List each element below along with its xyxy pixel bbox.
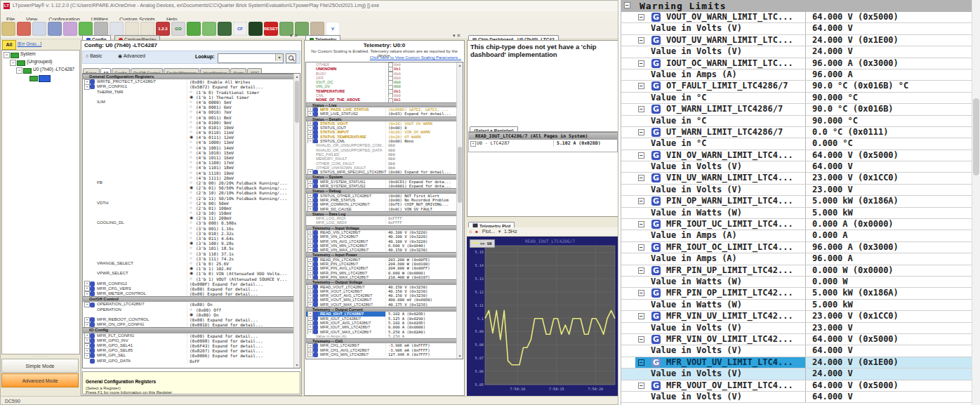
grid-row[interactable]: ○(4'b 0010) 7mV bbox=[83, 109, 294, 114]
grid-row[interactable]: THERM_TMR○(1'b 0) Traditional timer bbox=[83, 90, 294, 95]
table-row[interactable]: Value in Watts (W)5.000 kW bbox=[621, 300, 972, 311]
grid-row[interactable]: +MFR_CH1_MIN_LTC4286/7127.996 A (0x7FFF) bbox=[306, 352, 457, 357]
radio-on-icon[interactable]: ◉ bbox=[190, 185, 193, 190]
magic-wand-icon[interactable] bbox=[63, 22, 77, 36]
expander-icon[interactable]: − bbox=[638, 106, 644, 112]
splitter-handle[interactable]: ········ bbox=[1, 354, 80, 358]
tree-item[interactable]: −(Ungrouped) bbox=[2, 58, 79, 66]
radio-off-icon[interactable]: ○ bbox=[190, 171, 192, 175]
radio-on-icon[interactable]: ◉ bbox=[190, 95, 193, 100]
radio-off-icon[interactable]: ○ bbox=[190, 211, 192, 215]
radio-off-icon[interactable]: ○ bbox=[190, 190, 192, 195]
table-row[interactable]: −GOT_FAULT_LIMIT_LTC4286/790.0 °C (0x016… bbox=[621, 81, 972, 92]
grid-row[interactable]: +MFR_GPI_SEL(0x0006) Expand for detail..… bbox=[83, 353, 294, 358]
radio-on-icon[interactable]: ◉ bbox=[190, 266, 193, 271]
radio-off-icon[interactable]: ○ bbox=[190, 196, 192, 201]
advanced-mode-button[interactable]: Advanced Mode bbox=[1, 373, 79, 387]
grid-row[interactable]: OPERATION○(0x00) Off bbox=[83, 307, 294, 312]
radio-off-icon[interactable]: ○ bbox=[190, 100, 192, 105]
radio-off-icon[interactable]: ○ bbox=[190, 277, 192, 281]
err-groups-link[interactable]: [Err Grou...] bbox=[18, 41, 41, 46]
expander-icon[interactable]: − bbox=[638, 152, 644, 159]
dropdown-arrow-icon[interactable]: ▾ bbox=[498, 229, 501, 234]
grid-row[interactable]: +WRITE_PROTECT_LTC4286/7(0x00) Enable Al… bbox=[83, 79, 294, 84]
config-panel-buttons[interactable]: ▾ ✕ bbox=[290, 33, 298, 39]
grid-row[interactable]: +MFR_GPO_SEL41(0x6F43) Expand for detail… bbox=[83, 343, 294, 348]
grid-row[interactable]: VDTH○(2'b 00) 50mV bbox=[83, 201, 294, 206]
radio-off-icon[interactable]: ○ bbox=[190, 115, 192, 120]
table-row[interactable]: Value in Volts (V)64.000 V bbox=[621, 23, 972, 34]
radio-off-icon[interactable]: ○ bbox=[190, 140, 192, 145]
warning-limits-header[interactable]: − Warning Limits bbox=[621, 0, 980, 13]
grid-row[interactable]: ○(4'b 0001) 6mV bbox=[83, 105, 294, 109]
collapse-expander-icon[interactable]: − bbox=[624, 2, 630, 8]
grid-row[interactable]: ○(4'b 1101) 18mV bbox=[83, 165, 294, 170]
grid-row[interactable]: ◉(2'b 11) 200mV bbox=[83, 215, 294, 220]
radio-off-icon[interactable]: ○ bbox=[190, 120, 192, 125]
table-row[interactable]: Value in Amps (A)96.000 A bbox=[621, 253, 972, 265]
expander-icon[interactable]: − bbox=[638, 129, 644, 135]
table-row[interactable]: −GMFR_VOUT_OV_LIMIT_LTC4...64.000 V (0x5… bbox=[621, 380, 972, 392]
table-row[interactable]: Value in Volts (V)24.000 V bbox=[621, 369, 972, 380]
grid-row[interactable]: ◉(3'b 100) 9.28s bbox=[83, 241, 294, 246]
telemetry-panel-buttons[interactable]: ▾ ✕ bbox=[453, 33, 461, 39]
scrollbar-thumb[interactable] bbox=[973, 98, 979, 175]
table-row[interactable]: −GMFR_IOUT_OC_LIMIT_LTC4...96.000 A (0x3… bbox=[621, 242, 972, 253]
tree-expander-icon[interactable]: − bbox=[16, 67, 22, 74]
radio-off-icon[interactable]: ○ bbox=[190, 256, 192, 261]
grid-row[interactable]: +MFR_GPO_SEL85(0x8207) Expand for detail… bbox=[83, 348, 294, 353]
radio-off-icon[interactable]: ○ bbox=[190, 175, 192, 180]
table-row[interactable]: Value in Volts (V)23.000 V bbox=[621, 323, 972, 334]
grid-row[interactable]: ◉(4'b 0111) 12mV bbox=[83, 135, 294, 140]
table-row[interactable]: −GVIN_OV_WARN_LIMIT_LTC4...64.000 V (0x5… bbox=[621, 150, 972, 161]
expander-icon[interactable]: − bbox=[638, 244, 644, 251]
radio-off-icon[interactable]: ○ bbox=[190, 201, 192, 206]
collapse-icon[interactable]: ▾ bbox=[453, 33, 456, 38]
radio-off-icon[interactable]: ○ bbox=[190, 220, 192, 225]
close-icon[interactable]: ✕ bbox=[293, 33, 298, 38]
grid-row[interactable]: ○(4'b 1011) 16mV bbox=[83, 155, 294, 160]
expander-icon[interactable]: − bbox=[638, 383, 644, 389]
grid-row[interactable]: ◉(2'b 01) 50/50% Foldback Running/... bbox=[83, 185, 294, 190]
table-row[interactable]: Value in °C90.000 °C bbox=[621, 116, 972, 127]
grid-row[interactable]: ○(3'b 110) 37.1s bbox=[83, 251, 294, 256]
radio-off-icon[interactable]: ○ bbox=[190, 130, 192, 135]
radio-off-icon[interactable]: ○ bbox=[190, 251, 192, 256]
table-row[interactable]: Value in Amps (A)96.000 A bbox=[621, 69, 972, 81]
radio-off-icon[interactable]: ○ bbox=[190, 160, 192, 165]
grid-row[interactable]: ○(2'b 10) 20/10% Foldback Running/... bbox=[83, 190, 294, 195]
tree-expander-icon[interactable]: − bbox=[10, 60, 16, 66]
tree-item[interactable]: −U0 (7h40) -LTC4287 bbox=[2, 66, 79, 74]
home-icon[interactable]: ⌂ bbox=[469, 229, 472, 234]
radio-off-icon[interactable]: ○ bbox=[190, 125, 192, 130]
expander-icon[interactable]: − bbox=[638, 359, 644, 366]
table-row[interactable]: + U0 - LTC4287 5.102 A (0x028D) bbox=[469, 140, 617, 147]
dropdown-arrow-icon[interactable]: ▾ bbox=[275, 54, 283, 61]
grid-row[interactable]: +MFR_GPIO_INV(0x0098) Expand for detail.… bbox=[83, 338, 294, 343]
tab-all[interactable]: All bbox=[2, 40, 16, 50]
expander-icon[interactable]: − bbox=[638, 313, 644, 319]
grid-row[interactable]: ○(3'b 111) 74.2s bbox=[83, 256, 294, 261]
grid-row[interactable]: +MFR_CFG_VERS(0x80) Expand for detail... bbox=[83, 286, 294, 291]
expander-icon[interactable]: − bbox=[638, 198, 644, 204]
export-icon[interactable] bbox=[48, 22, 62, 36]
table-row[interactable]: −GVIN_UV_WARN_LIMIT_LTC4...23.000 V (0x1… bbox=[621, 173, 972, 184]
table-row[interactable]: −GOT_WARN_LIMIT_LTC4286/790.0 °C (0x016B… bbox=[621, 104, 972, 115]
radio-on-icon[interactable]: ◉ bbox=[190, 271, 193, 276]
radio-off-icon[interactable]: ○ bbox=[190, 226, 192, 231]
table-row[interactable]: −GIOUT_OC_WARN_LIMIT_LTC...96.000 A (0x3… bbox=[621, 58, 972, 69]
expander-icon[interactable]: − bbox=[638, 83, 644, 89]
table-row[interactable]: −GVOUT_UV_WARN_LIMIT_LTC...24.000 V (0x1… bbox=[621, 35, 972, 46]
radio-off-icon[interactable]: ○ bbox=[190, 307, 192, 312]
open-file-icon[interactable] bbox=[1, 22, 15, 36]
table-row[interactable]: Value in Watts (W)0.000 W bbox=[621, 277, 972, 288]
grid-row[interactable]: ○(4'b 1111) 20mV bbox=[83, 175, 294, 180]
tree-item[interactable] bbox=[2, 74, 79, 81]
radio-off-icon[interactable]: ○ bbox=[190, 236, 192, 241]
grid-row[interactable]: +OPERATION_LTC4286/7(0x80) On bbox=[83, 302, 294, 307]
table-row[interactable]: Value in Watts (W)5.000 kW bbox=[621, 208, 972, 219]
custom-scaling-link[interactable]: Click Here to View Custom Scaling Parame… bbox=[305, 55, 461, 60]
config-scrollbar[interactable]: ▲▼ bbox=[293, 74, 300, 368]
radio-off-icon[interactable]: ○ bbox=[190, 261, 192, 266]
expander-icon[interactable]: − bbox=[638, 37, 644, 44]
